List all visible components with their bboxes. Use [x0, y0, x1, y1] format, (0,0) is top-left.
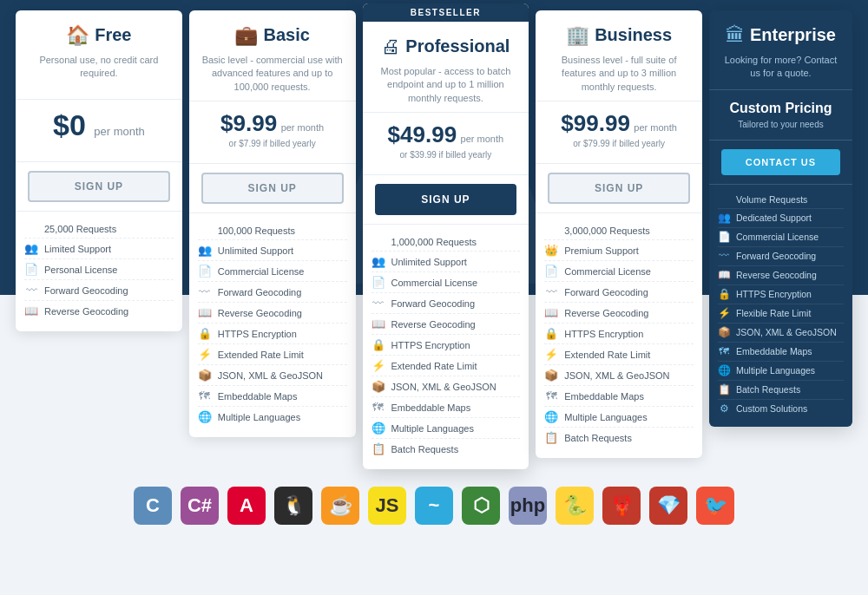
- feat-text: HTTPS Encryption: [391, 340, 470, 350]
- signup-button[interactable]: SIGN UP: [28, 171, 170, 202]
- feature-item: 〰 Forward Geocoding: [198, 282, 347, 303]
- enterprise-feature-item: 🌐 Multiple Languages: [718, 362, 844, 381]
- feature-item: 〰 Forward Geocoding: [372, 293, 521, 314]
- plan-price: $9.99 per month: [201, 110, 344, 137]
- feature-item: 🔒 HTTPS Encryption: [544, 324, 694, 344]
- feature-item: 📄 Commercial License: [198, 261, 347, 282]
- feat-icon: 🌐: [198, 410, 212, 423]
- feature-item: 📄 Personal License: [24, 259, 174, 280]
- ent-icon: 🔒: [718, 288, 730, 300]
- feat-text: Embeddable Maps: [218, 391, 298, 402]
- feat-icon: 🗺: [198, 389, 212, 402]
- feat-text: Premium Support: [564, 245, 639, 256]
- feature-item: 📦 JSON, XML & GeoJSON: [544, 365, 694, 386]
- feat-text: JSON, XML & GeoJSON: [218, 370, 323, 381]
- feat-text: Extended Rate Limit: [564, 350, 650, 360]
- tech-logo-c--: C#: [181, 487, 219, 525]
- feat-text: 1,000,000 Requests: [391, 237, 477, 247]
- feature-item: 📄 Commercial License: [544, 261, 694, 282]
- ent-feat-text: Multiple Languages: [736, 365, 815, 376]
- plan-price-yearly: or $7.99 if billed yearly: [201, 139, 344, 148]
- plan-price: $49.99 per month: [375, 121, 517, 148]
- features-list: 1,000,000 Requests 👥 Unlimited Support 📄…: [363, 225, 529, 459]
- feat-text: 3,000,000 Requests: [564, 226, 649, 236]
- feature-item: 25,000 Requests: [24, 220, 174, 239]
- feature-item: 3,000,000 Requests: [544, 222, 694, 240]
- tech-bar: CC#A🐧☕JS~⬡php🐍🦞💎🐦: [0, 474, 868, 533]
- feat-text: Reverse Geocoding: [44, 306, 128, 317]
- enterprise-feature-item: 📄 Commercial License: [718, 228, 844, 247]
- tech-logo-php: php: [509, 487, 547, 525]
- feat-text: 100,000 Requests: [218, 226, 295, 236]
- plan-price: $0 per month: [28, 108, 170, 142]
- plan-icon: 🏠: [66, 24, 89, 47]
- enterprise-desc: Looking for more? Contact us for a quote…: [721, 54, 840, 81]
- feat-text: Embeddable Maps: [564, 391, 644, 402]
- plan-desc: Basic level - commercial use with advanc…: [201, 54, 344, 94]
- signup-button[interactable]: SIGN UP: [375, 184, 517, 215]
- features-list: 100,000 Requests 👥 Unlimited Support 📄 C…: [189, 213, 356, 427]
- feat-icon: 📦: [544, 369, 558, 382]
- feature-item: 🔒 HTTPS Encryption: [372, 335, 521, 356]
- contact-button[interactable]: CONTACT US: [721, 149, 840, 175]
- enterprise-feature-item: 📦 JSON, XML & GeoJSON: [718, 324, 844, 343]
- plan-price-yearly: or $79.99 if billed yearly: [548, 139, 690, 148]
- feature-item: 📖 Reverse Geocoding: [544, 303, 694, 324]
- enterprise-name: Enterprise: [750, 25, 836, 45]
- ent-feat-text: Reverse Geocoding: [736, 270, 817, 280]
- plan-name: Professional: [405, 36, 510, 56]
- tech-logo-c: C: [134, 487, 172, 525]
- ent-icon: 🗺: [718, 345, 730, 357]
- page-wrapper: A 🏠 Free Personal use, no credit card re…: [0, 0, 868, 595]
- feature-item: 📦 JSON, XML & GeoJSON: [198, 365, 347, 386]
- feat-icon: 👥: [198, 244, 212, 257]
- feat-icon: ⚡: [372, 359, 385, 372]
- tech-logo-python: 🐍: [556, 487, 594, 525]
- feature-item: ⚡ Extended Rate Limit: [198, 344, 347, 365]
- tech-logo-javascript: JS: [368, 487, 406, 525]
- feat-icon: 📖: [544, 306, 558, 319]
- plan-header: 💼 Basic Basic level - commercial use wit…: [189, 10, 356, 101]
- feat-icon: 🗺: [372, 401, 385, 414]
- feature-item: 100,000 Requests: [198, 222, 347, 240]
- tech-logo-red: 🦞: [602, 487, 641, 525]
- plan-desc: Personal use, no credit card required.: [28, 54, 170, 92]
- feature-item: ⚡ Extended Rate Limit: [372, 356, 521, 376]
- ent-icon: 📖: [718, 269, 730, 281]
- feat-text: Multiple Languages: [391, 423, 474, 434]
- feature-item: 1,000,000 Requests: [372, 233, 521, 252]
- feat-text: Batch Requests: [391, 444, 459, 454]
- enterprise-feature-item: ⚙ Custom Solutions: [718, 400, 844, 418]
- plan-header: 🏠 Free Personal use, no credit card requ…: [16, 10, 182, 100]
- feat-icon: 📋: [372, 442, 385, 455]
- signup-button[interactable]: SIGN UP: [548, 173, 690, 204]
- feat-icon: 🌐: [544, 410, 558, 423]
- feat-text: Multiple Languages: [218, 412, 300, 422]
- feat-text: HTTPS Encryption: [218, 329, 297, 339]
- feat-icon: 🌐: [372, 422, 385, 435]
- feat-icon: 〰: [372, 297, 385, 310]
- plan-name: Basic: [263, 25, 309, 45]
- feat-icon: 〰: [544, 285, 558, 298]
- feat-text: Extended Rate Limit: [218, 350, 304, 360]
- ent-feat-text: Flexible Rate Limit: [736, 308, 811, 318]
- bestseller-badge: BESTSELLER: [363, 3, 529, 22]
- feature-item: 📖 Reverse Geocoding: [372, 314, 521, 335]
- feature-item: 🌐 Multiple Languages: [198, 407, 347, 427]
- enterprise-feature-item: ⚡ Flexible Rate Limit: [718, 304, 844, 324]
- tech-logo-backbone: ~: [415, 487, 453, 525]
- feat-text: Commercial License: [564, 266, 651, 277]
- ent-icon: 👥: [718, 212, 730, 224]
- feature-item: 📋 Batch Requests: [372, 439, 521, 459]
- tech-logo-swift: 🐦: [696, 487, 734, 525]
- signup-button[interactable]: SIGN UP: [201, 173, 344, 204]
- feat-text: Unlimited Support: [391, 257, 467, 267]
- feat-icon: 🔒: [544, 327, 558, 340]
- signup-area: SIGN UP: [536, 164, 702, 213]
- pricing-section: 🏠 Free Personal use, no credit card requ…: [0, 0, 868, 469]
- ent-icon: 📦: [718, 326, 730, 338]
- tech-logo-crystal: 💎: [649, 487, 687, 525]
- feature-item: 👑 Premium Support: [544, 240, 694, 261]
- feature-item: 👥 Unlimited Support: [372, 252, 521, 272]
- signup-area: SIGN UP: [16, 162, 182, 212]
